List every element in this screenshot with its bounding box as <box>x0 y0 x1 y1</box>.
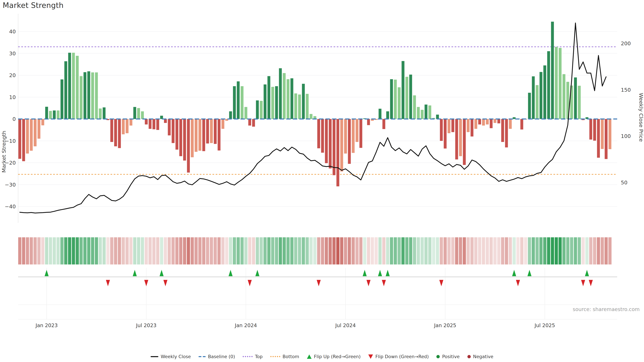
flip-up-marker <box>585 270 589 276</box>
strength-bar <box>110 119 113 142</box>
heatmap-cell <box>206 237 209 265</box>
strength-bar <box>547 51 550 119</box>
heatmap-cell <box>218 237 221 265</box>
strength-bar <box>195 119 198 152</box>
heatmap-cell <box>390 237 393 265</box>
legend-item-label: Weekly Close <box>161 354 191 359</box>
heatmap-cell <box>179 237 182 265</box>
heatmap-cell <box>302 237 305 265</box>
strength-bar <box>528 93 531 119</box>
strength-bar <box>241 86 244 119</box>
flip-up-legend-icon <box>307 355 312 359</box>
strength-bar <box>114 119 117 146</box>
strength-bar <box>589 119 592 140</box>
heatmap-cell <box>317 237 320 265</box>
strength-bar <box>608 119 611 149</box>
legend-line-swatch <box>150 356 158 357</box>
heatmap-cell <box>210 237 213 265</box>
strength-bar <box>298 94 301 119</box>
x-axis-tick-label: Jul 2024 <box>335 323 356 328</box>
heatmap-cell <box>194 237 198 265</box>
flip-up-marker <box>378 270 382 276</box>
legend-item: Flip Up (Red→Green) <box>307 354 361 359</box>
heatmap-cell <box>83 237 86 265</box>
flip-down-marker <box>589 280 593 286</box>
legend-dashed-swatch <box>198 356 206 357</box>
heatmap-cell <box>252 237 255 265</box>
strength-bar <box>444 119 446 148</box>
strength-bar <box>30 119 33 151</box>
heatmap-cell <box>148 237 152 265</box>
heatmap-cell <box>282 237 286 265</box>
heatmap-cell <box>409 237 412 265</box>
heatmap-cell <box>53 237 56 265</box>
strength-bar <box>470 119 474 136</box>
left-axis-tick-label: 40 <box>9 28 16 34</box>
legend-item-label: Negative <box>473 354 494 359</box>
flip-up-marker <box>160 270 164 276</box>
strength-bar <box>275 86 278 119</box>
strength-bar <box>413 95 416 119</box>
strength-bar <box>601 119 604 149</box>
right-axis-tick-label: 200 <box>621 40 631 46</box>
strength-bar <box>452 119 454 132</box>
heatmap-cell <box>474 237 478 265</box>
flip-up-marker <box>133 270 137 276</box>
strength-bar <box>264 84 266 119</box>
legend-circle-swatch <box>468 355 471 358</box>
heatmap-cell <box>102 237 106 265</box>
strength-bar <box>348 119 351 164</box>
heatmap-cell <box>332 237 336 265</box>
strength-bar <box>244 107 247 119</box>
strength-bar <box>18 119 21 159</box>
strength-bar <box>95 72 98 119</box>
heatmap-cell <box>18 237 22 265</box>
strength-bar <box>494 119 496 123</box>
heatmap-cell <box>244 237 248 265</box>
right-axis-tick-label: 100 <box>621 133 631 139</box>
chart-canvas: Market Strength Weekly Close Price 40302… <box>0 0 644 362</box>
strength-bar <box>237 81 240 119</box>
x-axis-tick-label: Jan 2023 <box>35 323 58 328</box>
heatmap-cell <box>382 237 386 265</box>
strength-bar <box>356 119 358 142</box>
strength-bar <box>271 87 274 119</box>
heatmap-cell <box>509 237 512 265</box>
flip-down-marker <box>581 280 585 286</box>
heatmap-cell <box>95 237 98 265</box>
heatmap-cell <box>597 237 600 265</box>
strength-bar <box>378 109 381 119</box>
heatmap-cell <box>279 237 282 265</box>
heatmap-cell <box>60 237 64 265</box>
heatmap-cell <box>420 237 424 265</box>
strength-bar <box>210 119 213 143</box>
strength-bar <box>187 119 190 173</box>
heatmap-cell <box>340 237 343 265</box>
heatmap-cell <box>56 237 60 265</box>
heatmap-cell <box>172 237 175 265</box>
heatmap-cell <box>225 237 228 265</box>
heatmap-cell <box>585 237 588 265</box>
strength-bar <box>360 119 362 148</box>
strength-bar <box>256 100 259 119</box>
strength-bar <box>80 76 82 119</box>
heatmap-cell <box>574 237 577 265</box>
strength-bar <box>38 119 40 139</box>
strength-bar <box>156 119 159 130</box>
heatmap-cell <box>436 237 439 265</box>
strength-bar <box>26 119 29 153</box>
strength-bar <box>122 119 124 134</box>
strength-bar <box>202 119 205 151</box>
strength-bar <box>513 117 516 119</box>
heatmap-cell <box>459 237 462 265</box>
strength-bar <box>248 119 251 125</box>
heatmap-cell <box>168 237 171 265</box>
heatmap-cell <box>221 237 224 265</box>
heatmap-cell <box>34 237 37 265</box>
legend-item: Weekly Close <box>150 354 191 359</box>
heatmap-cell <box>536 237 539 265</box>
heatmap-cell <box>298 237 301 265</box>
heatmap-cell <box>64 237 68 265</box>
heatmap-cell <box>271 237 274 265</box>
heatmap-cell <box>191 237 194 265</box>
